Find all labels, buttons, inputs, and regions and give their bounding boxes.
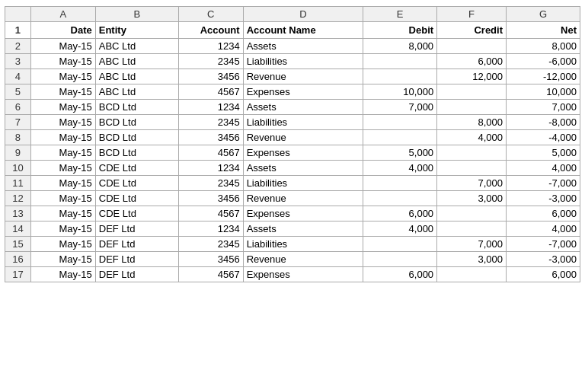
cell-entity[interactable]: BCD Ltd	[95, 115, 178, 130]
row-num[interactable]: 13	[5, 206, 31, 221]
cell-date[interactable]: May-15	[30, 54, 95, 69]
cell-date[interactable]: May-15	[30, 100, 95, 115]
cell-credit[interactable]	[437, 145, 507, 161]
cell-date[interactable]: May-15	[30, 115, 95, 130]
col-header-G[interactable]: G	[507, 7, 580, 22]
cell-credit[interactable]: 6,000	[437, 54, 507, 69]
cell-account[interactable]: 4567	[178, 206, 243, 221]
row-num[interactable]: 4	[5, 69, 31, 84]
cell-credit[interactable]: 7,000	[437, 176, 507, 191]
cell-net[interactable]: -7,000	[507, 237, 580, 252]
cell-debit[interactable]: 6,000	[363, 267, 437, 282]
cell-account[interactable]: 4567	[178, 145, 243, 161]
cell-account[interactable]: 4567	[178, 84, 243, 100]
cell-account-name[interactable]: Expenses	[243, 267, 363, 282]
cell-date[interactable]: May-15	[30, 221, 95, 237]
cell-net[interactable]: 6,000	[507, 267, 580, 282]
cell-entity[interactable]: ABC Ltd	[95, 39, 178, 54]
cell-account[interactable]: 2345	[178, 54, 243, 69]
cell-date[interactable]: May-15	[30, 191, 95, 206]
cell-net[interactable]: 7,000	[507, 100, 580, 115]
row-num[interactable]: 5	[5, 84, 31, 100]
cell-account-name[interactable]: Expenses	[243, 84, 363, 100]
cell-account-name[interactable]: Revenue	[243, 130, 363, 145]
row-num[interactable]: 8	[5, 130, 31, 145]
col-header-F[interactable]: F	[437, 7, 507, 22]
row-num[interactable]: 9	[5, 145, 31, 161]
cell-debit[interactable]: 4,000	[363, 161, 437, 176]
cell-date[interactable]: May-15	[30, 206, 95, 221]
cell-account-name[interactable]: Liabilities	[243, 115, 363, 130]
cell-entity[interactable]: CDE Ltd	[95, 176, 178, 191]
cell-credit[interactable]: 12,000	[437, 69, 507, 84]
cell-entity[interactable]: DEF Ltd	[95, 267, 178, 282]
cell-debit[interactable]: 10,000	[363, 84, 437, 100]
row-num[interactable]: 3	[5, 54, 31, 69]
cell-credit[interactable]: 3,000	[437, 191, 507, 206]
cell-date[interactable]: May-15	[30, 69, 95, 84]
cell-account[interactable]: 2345	[178, 115, 243, 130]
cell-credit[interactable]	[437, 84, 507, 100]
cell-date[interactable]: May-15	[30, 237, 95, 252]
row-num[interactable]: 17	[5, 267, 31, 282]
cell-account-name[interactable]: Expenses	[243, 206, 363, 221]
cell-net[interactable]: -3,000	[507, 191, 580, 206]
cell-credit[interactable]: 7,000	[437, 237, 507, 252]
cell-net[interactable]: -6,000	[507, 54, 580, 69]
cell-net[interactable]: -8,000	[507, 115, 580, 130]
col-header-B[interactable]: B	[95, 7, 178, 22]
cell-entity[interactable]: BCD Ltd	[95, 145, 178, 161]
cell-debit[interactable]	[363, 130, 437, 145]
cell-debit[interactable]	[363, 115, 437, 130]
cell-account[interactable]: 1234	[178, 221, 243, 237]
cell-account-name[interactable]: Assets	[243, 221, 363, 237]
cell-credit[interactable]	[437, 267, 507, 282]
cell-debit[interactable]	[363, 191, 437, 206]
cell-entity[interactable]: ABC Ltd	[95, 54, 178, 69]
cell-date[interactable]: May-15	[30, 252, 95, 267]
col-header-D[interactable]: D	[243, 7, 363, 22]
cell-credit[interactable]	[437, 206, 507, 221]
cell-account[interactable]: 1234	[178, 161, 243, 176]
col-header-A[interactable]: A	[30, 7, 95, 22]
cell-net[interactable]: -7,000	[507, 176, 580, 191]
cell-date[interactable]: May-15	[30, 39, 95, 54]
cell-date[interactable]: May-15	[30, 176, 95, 191]
cell-account[interactable]: 1234	[178, 39, 243, 54]
cell-account[interactable]: 4567	[178, 267, 243, 282]
cell-net[interactable]: -4,000	[507, 130, 580, 145]
cell-account[interactable]: 2345	[178, 237, 243, 252]
col-header-C[interactable]: C	[178, 7, 243, 22]
cell-net[interactable]: 4,000	[507, 221, 580, 237]
cell-account-name[interactable]: Liabilities	[243, 237, 363, 252]
col-header-E[interactable]: E	[363, 7, 437, 22]
cell-debit[interactable]: 5,000	[363, 145, 437, 161]
cell-account-name[interactable]: Liabilities	[243, 54, 363, 69]
cell-account[interactable]: 1234	[178, 100, 243, 115]
cell-date[interactable]: May-15	[30, 145, 95, 161]
row-num[interactable]: 15	[5, 237, 31, 252]
cell-debit[interactable]	[363, 237, 437, 252]
cell-date[interactable]: May-15	[30, 84, 95, 100]
row-num[interactable]: 16	[5, 252, 31, 267]
cell-net[interactable]: 5,000	[507, 145, 580, 161]
cell-credit[interactable]	[437, 39, 507, 54]
row-num[interactable]: 12	[5, 191, 31, 206]
cell-net[interactable]: 4,000	[507, 161, 580, 176]
cell-debit[interactable]: 8,000	[363, 39, 437, 54]
cell-net[interactable]: 8,000	[507, 39, 580, 54]
cell-debit[interactable]	[363, 69, 437, 84]
row-num[interactable]: 2	[5, 39, 31, 54]
cell-account[interactable]: 3456	[178, 130, 243, 145]
cell-credit[interactable]	[437, 161, 507, 176]
cell-entity[interactable]: CDE Ltd	[95, 206, 178, 221]
row-num[interactable]: 11	[5, 176, 31, 191]
cell-debit[interactable]: 4,000	[363, 221, 437, 237]
cell-net[interactable]: 6,000	[507, 206, 580, 221]
cell-net[interactable]: -3,000	[507, 252, 580, 267]
cell-entity[interactable]: DEF Ltd	[95, 237, 178, 252]
cell-net[interactable]: -12,000	[507, 69, 580, 84]
cell-account-name[interactable]: Expenses	[243, 145, 363, 161]
cell-account-name[interactable]: Revenue	[243, 69, 363, 84]
cell-account[interactable]: 3456	[178, 69, 243, 84]
